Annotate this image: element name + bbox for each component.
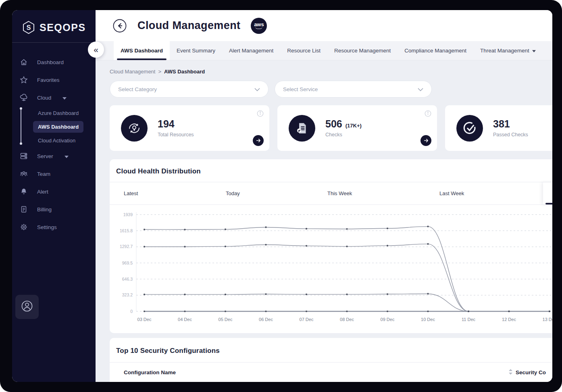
sidebar-item-billing[interactable]: Billing [12, 200, 96, 218]
table-title: Top 10 Security Configurations [110, 338, 552, 362]
column-label: Security Co [516, 369, 546, 375]
svg-text:0: 0 [130, 309, 133, 314]
cloud-icon [19, 93, 28, 102]
tab-alert-management[interactable]: Alert Management [222, 41, 280, 60]
svg-text:06 Dec: 06 Dec [259, 317, 273, 322]
tab-label: Event Summary [177, 48, 215, 54]
stat-value: 194 [158, 118, 175, 130]
sidebar-item-label: Settings [37, 224, 57, 230]
period-tab-latest[interactable]: Latest [124, 182, 138, 204]
cloud-submenu: Azure Dashboard AWS Dashboard Cloud Acti… [12, 106, 96, 147]
tab-threat-management[interactable]: Threat Management [473, 41, 543, 60]
main-area: Cloud Management aws AWS Dashboard Event… [96, 10, 552, 382]
back-button[interactable] [112, 19, 127, 33]
billing-icon [19, 205, 28, 213]
sidebar-item-azure-dashboard[interactable]: Azure Dashboard [38, 106, 96, 120]
check-circle-icon [456, 115, 483, 142]
tab-label: Compliance Management [404, 48, 466, 54]
content-area: Cloud Management > AWS Dashboard Select … [96, 60, 552, 382]
chart-area: 19391615.81292.7969.5646.3323.2003 Dec04… [110, 205, 552, 333]
sidebar-item-label: Dashboard [37, 59, 64, 65]
chevron-down-icon [62, 95, 67, 101]
column-configuration-name[interactable]: Configuration Name [110, 369, 509, 375]
tab-resource-management[interactable]: Resource Management [327, 41, 398, 60]
user-profile-button[interactable] [15, 295, 39, 319]
svg-text:09 Dec: 09 Dec [381, 317, 395, 322]
svg-text:10 Dec: 10 Dec [421, 317, 435, 322]
breadcrumb-current: AWS Dashboard [164, 69, 205, 75]
breadcrumb-parent[interactable]: Cloud Management [110, 69, 155, 75]
service-select[interactable]: Select Service [275, 81, 432, 98]
sidebar: S SEQOPS Dashboard Favorites [12, 10, 96, 382]
sidebar-item-cloud[interactable]: Cloud [12, 89, 96, 106]
cloud-health-card: Cloud Health Distribution Latest Today T… [110, 159, 552, 333]
resources-icon [121, 115, 148, 142]
sidebar-item-favorites[interactable]: Favorites [12, 71, 96, 89]
svg-text:05 Dec: 05 Dec [219, 317, 233, 322]
stat-cards-row: 194 Total Resources [110, 105, 552, 151]
period-tab-this-week[interactable]: This Week [327, 182, 352, 204]
aws-logo-text: aws [254, 22, 264, 27]
sidebar-item-label: Server [37, 153, 53, 159]
svg-text:1615.8: 1615.8 [120, 228, 133, 233]
tab-compliance-management[interactable]: Compliance Management [398, 41, 473, 60]
cloud-health-line-chart: 19391615.81292.7969.5646.3323.2003 Dec04… [110, 208, 552, 329]
stat-card-total-resources: 194 Total Resources [110, 105, 269, 151]
chevron-down-icon [254, 86, 260, 92]
stat-label: Total Resources [158, 131, 194, 138]
tab-bar: AWS Dashboard Event Summary Alert Manage… [96, 41, 552, 60]
period-tab-today[interactable]: Today [226, 182, 240, 204]
user-icon [21, 300, 33, 314]
window-frame: S SEQOPS Dashboard Favorites [0, 0, 562, 392]
tab-event-summary[interactable]: Event Summary [170, 41, 222, 60]
svg-text:646.3: 646.3 [122, 277, 133, 281]
sidebar-item-label: Alert [37, 189, 48, 195]
column-security-code[interactable]: Security Co [509, 369, 552, 376]
collapse-icon: « [94, 45, 98, 54]
tab-label: Threat Management [480, 48, 529, 54]
stat-suffix: (17K+) [346, 123, 362, 129]
period-tab-active-clipped[interactable] [543, 182, 552, 204]
brand-name: SEQOPS [40, 22, 86, 33]
checks-document-icon [289, 115, 315, 142]
stat-card-body: 194 Total Resources [158, 118, 194, 138]
sidebar-item-label: Cloud [37, 95, 51, 101]
svg-text:08 Dec: 08 Dec [340, 317, 354, 322]
stat-label: Checks [325, 131, 362, 138]
sidebar-item-label: Favorites [37, 77, 60, 83]
sidebar-item-team[interactable]: Team [12, 165, 96, 183]
stat-value: 506 [325, 118, 342, 130]
chevron-down-icon [418, 86, 423, 92]
svg-text:12 Dec: 12 Dec [502, 317, 516, 322]
sort-icon[interactable] [509, 369, 512, 376]
sidebar-item-aws-dashboard[interactable]: AWS Dashboard [33, 121, 83, 133]
app-window: S SEQOPS Dashboard Favorites [12, 10, 552, 382]
chart-title: Cloud Health Distribution [110, 159, 552, 182]
info-icon[interactable] [425, 110, 431, 119]
svg-text:323.2: 323.2 [122, 292, 133, 297]
info-icon[interactable] [257, 110, 264, 119]
stat-label: Passed Checks [493, 131, 528, 138]
tab-label: Resource List [287, 48, 321, 54]
sidebar-collapse-button[interactable]: « [88, 42, 104, 58]
sidebar-item-settings[interactable]: Settings [12, 218, 96, 236]
chart-period-tabs: Latest Today This Week Last Week [110, 182, 552, 205]
card-arrow-button[interactable] [253, 135, 264, 146]
gear-icon [19, 223, 28, 231]
tab-aws-dashboard[interactable]: AWS Dashboard [114, 41, 170, 60]
sidebar-item-alert[interactable]: Alert [12, 183, 96, 200]
filter-row: Select Category Select Service [110, 81, 552, 98]
tab-resource-list[interactable]: Resource List [280, 41, 327, 60]
sidebar-item-server[interactable]: Server [12, 147, 96, 165]
sidebar-item-dashboard[interactable]: Dashboard [12, 53, 96, 71]
card-arrow-button[interactable] [420, 135, 431, 146]
sidebar-item-cloud-activation[interactable]: Cloud Activation [38, 134, 96, 147]
page-header: Cloud Management aws [96, 10, 552, 41]
tab-label: Alert Management [229, 48, 273, 54]
period-tab-last-week[interactable]: Last Week [439, 182, 464, 204]
category-select[interactable]: Select Category [110, 81, 269, 98]
team-icon [19, 170, 28, 178]
stat-card-body: 506 (17K+) Checks [325, 118, 362, 138]
sidebar-item-label: Billing [37, 206, 52, 213]
aws-logo-badge: aws [251, 18, 267, 34]
